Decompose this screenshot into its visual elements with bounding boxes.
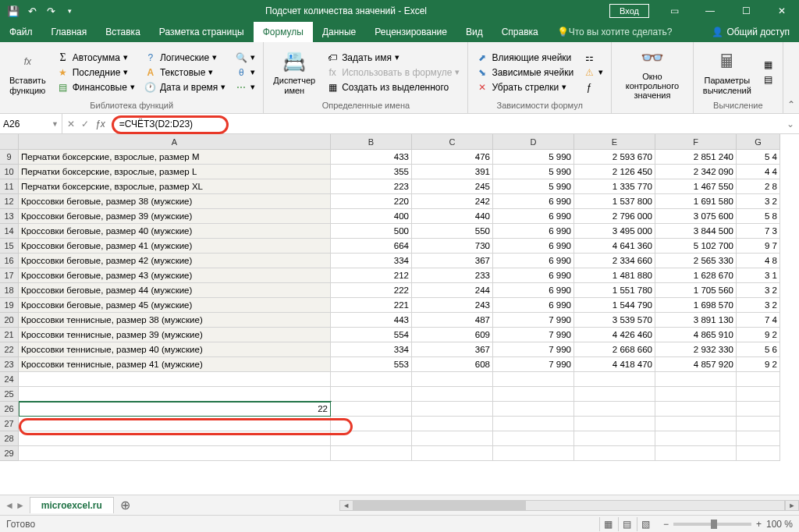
cell[interactable] bbox=[412, 417, 493, 431]
cell[interactable]: 4 418 470 bbox=[574, 357, 655, 372]
cell[interactable]: 2 565 330 bbox=[655, 254, 737, 268]
col-header-D[interactable]: D bbox=[493, 134, 574, 150]
name-manager-button[interactable]: 📇 Диспетчер имен bbox=[268, 44, 320, 101]
cell[interactable]: 3 2 bbox=[737, 194, 780, 209]
zoom-level[interactable]: 100 % bbox=[766, 519, 793, 530]
text-button[interactable]: AТекстовые ▾ bbox=[141, 66, 229, 80]
row-header[interactable]: 21 bbox=[0, 328, 19, 342]
cell[interactable]: 2 593 670 bbox=[574, 150, 655, 165]
cell[interactable]: 5 6 bbox=[737, 342, 780, 357]
col-header-A[interactable]: A bbox=[19, 134, 331, 150]
tab-file[interactable]: Файл bbox=[0, 22, 42, 42]
collapse-ribbon-icon[interactable]: ⌃ bbox=[783, 42, 799, 113]
cell[interactable]: 5 4 bbox=[737, 150, 780, 165]
cell[interactable]: 6 990 bbox=[493, 239, 574, 254]
cell[interactable]: 9 7 bbox=[737, 239, 780, 254]
tab-home[interactable]: Главная bbox=[42, 22, 97, 42]
cell[interactable] bbox=[493, 372, 574, 387]
tab-help[interactable]: Справка bbox=[492, 22, 548, 42]
cell[interactable]: 400 bbox=[331, 209, 412, 224]
create-selection-button[interactable]: ▦Создать из выделенного bbox=[323, 80, 463, 94]
cell[interactable] bbox=[19, 417, 331, 431]
save-icon[interactable]: 💾 bbox=[5, 2, 22, 20]
cell[interactable]: Кроссовки теннисные, размер 38 (мужские) bbox=[19, 313, 331, 328]
cell[interactable]: 1 544 790 bbox=[574, 298, 655, 313]
undo-icon[interactable]: ↶ bbox=[23, 2, 41, 20]
cell[interactable]: 6 990 bbox=[493, 254, 574, 268]
cell[interactable] bbox=[331, 372, 412, 387]
hscroll-thumb[interactable] bbox=[354, 501, 526, 510]
cell[interactable]: 233 bbox=[412, 268, 493, 283]
remove-arrows-button[interactable]: ✕Убрать стрелки ▾ bbox=[473, 80, 577, 94]
tab-layout[interactable]: Разметка страницы bbox=[150, 22, 254, 42]
cell[interactable]: Кроссовки беговые, размер 40 (мужские) bbox=[19, 224, 331, 239]
cell[interactable]: 367 bbox=[412, 254, 493, 268]
cell[interactable]: 5 8 bbox=[737, 209, 780, 224]
cell[interactable] bbox=[493, 402, 574, 417]
cell[interactable]: 2 851 240 bbox=[655, 150, 737, 165]
cell[interactable]: 4 641 360 bbox=[574, 239, 655, 254]
cell[interactable]: 7 990 bbox=[493, 357, 574, 372]
cell[interactable]: 3 495 000 bbox=[574, 224, 655, 239]
cell[interactable]: 2 342 090 bbox=[655, 165, 737, 179]
add-sheet-icon[interactable]: ⊕ bbox=[114, 498, 137, 512]
cell[interactable] bbox=[331, 417, 412, 431]
cell[interactable]: 3 844 500 bbox=[655, 224, 737, 239]
cell[interactable]: Кроссовки беговые, размер 41 (мужские) bbox=[19, 239, 331, 254]
row-header[interactable]: 14 bbox=[0, 224, 19, 239]
qat-customize-icon[interactable]: ▾ bbox=[61, 2, 78, 20]
cell[interactable]: 7 3 bbox=[737, 224, 780, 239]
view-break-icon[interactable]: ▧ bbox=[637, 517, 654, 531]
cell[interactable]: 550 bbox=[412, 224, 493, 239]
cell[interactable]: 664 bbox=[331, 239, 412, 254]
row-header[interactable]: 12 bbox=[0, 194, 19, 209]
row-header[interactable]: 9 bbox=[0, 150, 19, 165]
cell[interactable]: Кроссовки беговые, размер 39 (мужские) bbox=[19, 209, 331, 224]
evaluate-button[interactable]: ƒ bbox=[580, 80, 606, 94]
cell[interactable] bbox=[737, 387, 780, 402]
cell[interactable] bbox=[737, 402, 780, 417]
tab-data[interactable]: Данные bbox=[313, 22, 365, 42]
cell[interactable]: 5 990 bbox=[493, 150, 574, 165]
row-header[interactable]: 10 bbox=[0, 165, 19, 179]
cell[interactable] bbox=[412, 402, 493, 417]
cell[interactable] bbox=[412, 431, 493, 446]
sheet-tab[interactable]: microexcel.ru bbox=[30, 497, 114, 513]
cell[interactable] bbox=[655, 417, 737, 431]
cell[interactable]: 244 bbox=[412, 283, 493, 298]
cell[interactable]: 730 bbox=[412, 239, 493, 254]
view-layout-icon[interactable]: ▤ bbox=[618, 517, 635, 531]
cell[interactable] bbox=[655, 431, 737, 446]
cell[interactable]: 1 481 880 bbox=[574, 268, 655, 283]
cell[interactable]: 334 bbox=[331, 254, 412, 268]
zoom-slider[interactable] bbox=[673, 523, 751, 526]
hscroll-left-icon[interactable]: ◄ bbox=[339, 500, 353, 511]
cell[interactable]: 553 bbox=[331, 357, 412, 372]
cell[interactable]: 355 bbox=[331, 165, 412, 179]
cell[interactable] bbox=[737, 446, 780, 461]
cell[interactable] bbox=[574, 417, 655, 431]
cell[interactable]: 3 075 600 bbox=[655, 209, 737, 224]
redo-icon[interactable]: ↷ bbox=[42, 2, 59, 20]
cell[interactable]: 4 4 bbox=[737, 165, 780, 179]
cell[interactable] bbox=[737, 417, 780, 431]
row-header[interactable]: 24 bbox=[0, 372, 19, 387]
row-header[interactable]: 15 bbox=[0, 239, 19, 254]
cell[interactable]: 6 990 bbox=[493, 209, 574, 224]
row-header[interactable]: 27 bbox=[0, 417, 19, 431]
cell[interactable] bbox=[574, 446, 655, 461]
cell[interactable] bbox=[493, 431, 574, 446]
cell[interactable] bbox=[574, 402, 655, 417]
cell[interactable] bbox=[412, 387, 493, 402]
cell[interactable]: Кроссовки теннисные, размер 41 (мужские) bbox=[19, 357, 331, 372]
cell[interactable]: 6 990 bbox=[493, 298, 574, 313]
share-button[interactable]: 👤 Общий доступ bbox=[712, 22, 799, 42]
cell[interactable]: 334 bbox=[331, 342, 412, 357]
cancel-formula-icon[interactable]: ✕ bbox=[67, 119, 75, 129]
minimize-icon[interactable]: — bbox=[693, 0, 727, 22]
cell[interactable]: 2 8 bbox=[737, 179, 780, 194]
cell[interactable]: 220 bbox=[331, 194, 412, 209]
cell[interactable]: 212 bbox=[331, 268, 412, 283]
row-header[interactable]: 18 bbox=[0, 283, 19, 298]
cell[interactable] bbox=[655, 446, 737, 461]
